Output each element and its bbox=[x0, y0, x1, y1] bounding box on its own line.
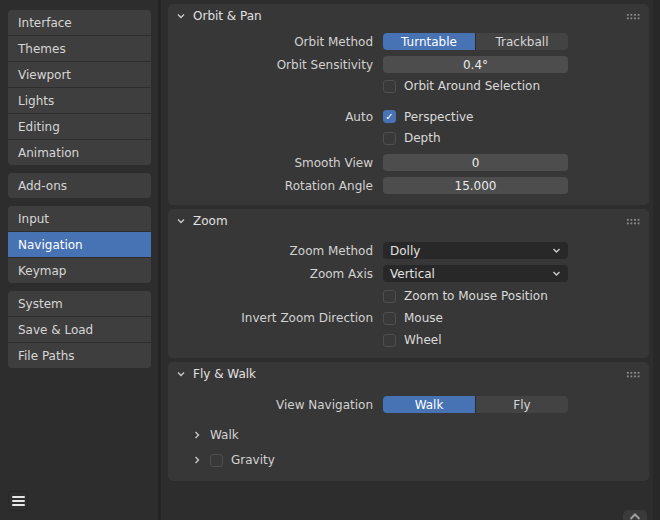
auto-label: Auto bbox=[168, 110, 383, 124]
sidebar-item-editing[interactable]: Editing bbox=[8, 114, 151, 139]
preferences-window: Interface Themes Viewport Lights Editing… bbox=[0, 0, 660, 520]
zoom-axis-label: Zoom Axis bbox=[168, 267, 383, 281]
subpanel-title: Gravity bbox=[231, 453, 275, 467]
orbit-around-selection-label: Orbit Around Selection bbox=[404, 79, 540, 93]
zoom-to-mouse-row[interactable]: Zoom to Mouse Position bbox=[383, 289, 548, 303]
sidebar-item-file-paths[interactable]: File Paths bbox=[8, 343, 151, 368]
sidebar-item-keymap[interactable]: Keymap bbox=[8, 258, 151, 283]
sidebar-item-label: Viewport bbox=[18, 68, 71, 82]
zoom-axis-value: Vertical bbox=[390, 267, 435, 281]
invert-zoom-label: Invert Zoom Direction bbox=[168, 311, 383, 325]
sidebar-item-label: Interface bbox=[18, 16, 72, 30]
sidebar-group-addons: Add-ons bbox=[8, 173, 151, 198]
sidebar-item-label: Keymap bbox=[18, 264, 66, 278]
chevron-down-icon bbox=[552, 269, 561, 278]
view-navigation-fly-button[interactable]: Fly bbox=[476, 396, 568, 413]
sidebar-item-label: Input bbox=[18, 212, 49, 226]
orbit-method-segmented: Turntable Trackball bbox=[383, 33, 568, 50]
subpanel-gravity-header[interactable]: Gravity bbox=[168, 452, 649, 468]
chevron-right-icon bbox=[192, 430, 202, 440]
invert-wheel-row[interactable]: Wheel bbox=[383, 333, 442, 347]
perspective-label: Perspective bbox=[404, 110, 474, 124]
drag-handle-icon[interactable] bbox=[626, 13, 640, 20]
zoom-method-label: Zoom Method bbox=[168, 244, 383, 258]
sidebar-item-lights[interactable]: Lights bbox=[8, 88, 151, 113]
scroll-up-button[interactable] bbox=[623, 510, 647, 520]
sidebar-item-label: Add-ons bbox=[18, 179, 67, 193]
panel-zoom-body: Zoom Method Dolly Zoom Axis Vertical bbox=[168, 233, 649, 358]
chevron-down-icon bbox=[552, 246, 561, 255]
zoom-to-mouse-checkbox[interactable] bbox=[383, 290, 396, 303]
gravity-checkbox[interactable] bbox=[210, 454, 223, 467]
view-navigation-label: View Navigation bbox=[168, 398, 383, 412]
invert-mouse-checkbox[interactable] bbox=[383, 312, 396, 325]
auto-depth-row[interactable]: Depth bbox=[383, 131, 441, 145]
sidebar-item-label: System bbox=[18, 297, 63, 311]
orbit-method-label: Orbit Method bbox=[168, 35, 383, 49]
smooth-view-field[interactable]: 0 bbox=[383, 154, 568, 171]
orbit-around-selection-row[interactable]: Orbit Around Selection bbox=[383, 79, 540, 93]
preferences-main-region: Orbit & Pan Orbit Method Turntable Track… bbox=[168, 4, 649, 485]
zoom-to-mouse-label: Zoom to Mouse Position bbox=[404, 289, 548, 303]
preferences-menu-button[interactable] bbox=[8, 491, 28, 511]
subpanel-walk-header[interactable]: Walk bbox=[168, 427, 649, 443]
view-navigation-walk-button[interactable]: Walk bbox=[383, 396, 475, 413]
chevron-right-icon bbox=[192, 455, 202, 465]
hamburger-icon bbox=[12, 496, 25, 498]
zoom-axis-dropdown[interactable]: Vertical bbox=[383, 265, 568, 282]
zoom-method-dropdown[interactable]: Dolly bbox=[383, 242, 568, 259]
sidebar-item-themes[interactable]: Themes bbox=[8, 36, 151, 61]
sidebar-group-system: System Save & Load File Paths bbox=[8, 291, 151, 368]
chevron-down-icon[interactable] bbox=[176, 11, 186, 21]
smooth-view-label: Smooth View bbox=[168, 156, 383, 170]
sidebar-group-input: Input Navigation Keymap bbox=[8, 206, 151, 283]
region-divider bbox=[158, 0, 161, 520]
orbit-sensitivity-field[interactable]: 0.4° bbox=[383, 56, 568, 73]
subpanel-title: Walk bbox=[210, 428, 239, 442]
sidebar-item-label: Animation bbox=[18, 146, 79, 160]
sidebar-item-navigation[interactable]: Navigation bbox=[8, 232, 151, 257]
chevron-down-icon[interactable] bbox=[176, 369, 186, 379]
sidebar-item-animation[interactable]: Animation bbox=[8, 140, 151, 165]
scrollbar-gutter bbox=[653, 0, 660, 520]
drag-handle-icon[interactable] bbox=[626, 218, 640, 225]
panel-zoom-header[interactable]: Zoom bbox=[168, 209, 649, 233]
sidebar-item-viewport[interactable]: Viewport bbox=[8, 62, 151, 87]
chevron-up-icon bbox=[628, 512, 642, 520]
rotation-angle-label: Rotation Angle bbox=[168, 179, 383, 193]
orbit-sensitivity-label: Orbit Sensitivity bbox=[168, 58, 383, 72]
panel-title: Orbit & Pan bbox=[193, 9, 262, 23]
sidebar-group-general: Interface Themes Viewport Lights Editing… bbox=[8, 10, 151, 165]
panel-title: Fly & Walk bbox=[193, 367, 256, 381]
zoom-method-value: Dolly bbox=[390, 244, 420, 258]
invert-wheel-label: Wheel bbox=[404, 333, 442, 347]
drag-handle-icon[interactable] bbox=[626, 371, 640, 378]
sidebar-item-input[interactable]: Input bbox=[8, 206, 151, 231]
sidebar-item-label: Lights bbox=[18, 94, 54, 108]
panel-orbit-pan-header[interactable]: Orbit & Pan bbox=[168, 4, 649, 28]
sidebar-item-label: Navigation bbox=[18, 238, 83, 252]
orbit-method-trackball-button[interactable]: Trackball bbox=[476, 33, 568, 50]
chevron-down-icon[interactable] bbox=[176, 216, 186, 226]
depth-checkbox[interactable] bbox=[383, 132, 396, 145]
sidebar-item-label: Editing bbox=[18, 120, 60, 134]
sidebar-item-interface[interactable]: Interface bbox=[8, 10, 151, 35]
orbit-method-turntable-button[interactable]: Turntable bbox=[383, 33, 475, 50]
sidebar-item-addons[interactable]: Add-ons bbox=[8, 173, 151, 198]
sidebar-item-label: File Paths bbox=[18, 349, 75, 363]
sidebar-item-system[interactable]: System bbox=[8, 291, 151, 316]
panel-fly-walk-header[interactable]: Fly & Walk bbox=[168, 362, 649, 386]
orbit-around-selection-checkbox[interactable] bbox=[383, 80, 396, 93]
preferences-sidebar: Interface Themes Viewport Lights Editing… bbox=[8, 10, 151, 376]
sidebar-item-label: Themes bbox=[18, 42, 66, 56]
auto-perspective-row[interactable]: Perspective bbox=[383, 110, 474, 124]
panel-title: Zoom bbox=[193, 214, 228, 228]
sidebar-item-label: Save & Load bbox=[18, 323, 93, 337]
rotation-angle-field[interactable]: 15.000 bbox=[383, 177, 568, 194]
invert-mouse-label: Mouse bbox=[404, 311, 443, 325]
invert-wheel-checkbox[interactable] bbox=[383, 334, 396, 347]
panel-zoom: Zoom Zoom Method Dolly Zoom Axis bbox=[168, 209, 649, 358]
sidebar-item-save-load[interactable]: Save & Load bbox=[8, 317, 151, 342]
perspective-checkbox[interactable] bbox=[383, 110, 396, 123]
invert-mouse-row[interactable]: Mouse bbox=[383, 311, 443, 325]
